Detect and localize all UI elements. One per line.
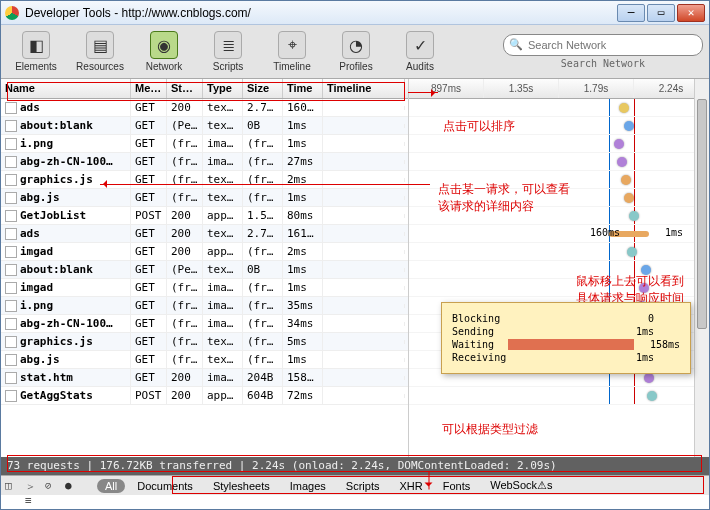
table-header: Name Me… St… Type Size Time Timeline <box>1 79 408 99</box>
devtools-window: Developer Tools - http://www.cnblogs.com… <box>0 0 710 510</box>
scrollbar-thumb[interactable] <box>697 99 707 329</box>
table-row[interactable]: abg.jsGET(fr…tex…(fr…1ms <box>1 189 408 207</box>
table-row[interactable]: imgadGET200app…(fr…2ms <box>1 243 408 261</box>
filter-scripts[interactable]: Scripts <box>338 479 388 493</box>
table-row[interactable]: imgadGET(fr…ima…(fr…1ms <box>1 279 408 297</box>
col-status[interactable]: St… <box>167 79 203 98</box>
tab-elements[interactable]: ◧Elements <box>7 27 65 77</box>
timeline-panel: 897ms 1.35s 1.79s 2.24s 160ms1ms <box>409 79 709 457</box>
timeline-row[interactable] <box>409 387 709 405</box>
timeline-row[interactable] <box>409 135 709 153</box>
record-icon[interactable]: ● <box>65 479 81 493</box>
timeline-row[interactable] <box>409 261 709 279</box>
tab-profiles[interactable]: ◔Profiles <box>327 27 385 77</box>
title-bar: Developer Tools - http://www.cnblogs.com… <box>1 1 709 25</box>
col-type[interactable]: Type <box>203 79 243 98</box>
table-row[interactable]: about:blankGET(Pe…tex…0B1ms <box>1 117 408 135</box>
tab-resources[interactable]: ▤Resources <box>71 27 129 77</box>
table-row[interactable]: abg.jsGET(fr…tex…(fr…1ms <box>1 351 408 369</box>
col-timeline[interactable]: Timeline <box>323 79 405 98</box>
table-row[interactable]: adsGET200tex…2.7…160ms <box>1 99 408 117</box>
timeline-header: 897ms 1.35s 1.79s 2.24s <box>409 79 709 99</box>
dock-icon[interactable]: ◫ <box>5 479 21 493</box>
table-row[interactable]: about:blankGET(Pe…tex…0B1ms <box>1 261 408 279</box>
table-row[interactable]: abg-zh-CN-100…GET(fr…ima…(fr…34ms <box>1 315 408 333</box>
filter-xhr[interactable]: XHR <box>391 479 430 493</box>
minimize-button[interactable]: ─ <box>617 4 645 22</box>
console-icon[interactable]: ＞≡ <box>25 479 41 493</box>
tab-scripts[interactable]: ≣Scripts <box>199 27 257 77</box>
col-name[interactable]: Name <box>1 79 131 98</box>
tab-network[interactable]: ◉Network <box>135 27 193 77</box>
filter-all[interactable]: All <box>97 479 125 493</box>
search-label: Search Network <box>561 58 645 69</box>
table-row[interactable]: abg-zh-CN-100…GET(fr…ima…(fr…27ms <box>1 153 408 171</box>
search-icon: 🔍 <box>509 38 523 52</box>
filter-stylesheets[interactable]: Stylesheets <box>205 479 278 493</box>
timing-tooltip: Blocking0 Sending1ms Waiting158ms Receiv… <box>441 302 691 374</box>
window-title: Developer Tools - http://www.cnblogs.com… <box>25 6 617 20</box>
tab-timeline[interactable]: ⌖Timeline <box>263 27 321 77</box>
col-size[interactable]: Size <box>243 79 283 98</box>
table-row[interactable]: i.pngGET(fr…ima…(fr…1ms <box>1 135 408 153</box>
filter-websockets[interactable]: WebSock⚠s <box>482 478 560 493</box>
tab-audits[interactable]: ✓Audits <box>391 27 449 77</box>
timeline-row[interactable] <box>409 117 709 135</box>
timeline-row[interactable] <box>409 189 709 207</box>
maximize-button[interactable]: ▭ <box>647 4 675 22</box>
table-row[interactable]: i.pngGET(fr…ima…(fr…35ms <box>1 297 408 315</box>
timeline-row[interactable] <box>409 243 709 261</box>
timeline-row[interactable] <box>409 99 709 117</box>
filter-images[interactable]: Images <box>282 479 334 493</box>
vertical-scrollbar[interactable] <box>694 79 709 457</box>
table-row[interactable]: graphics.jsGET(fr…tex…(fr…2ms <box>1 171 408 189</box>
table-row[interactable]: GetAggStatsPOST200app…604B72ms <box>1 387 408 405</box>
table-row[interactable]: adsGET200tex…2.7…161ms <box>1 225 408 243</box>
panel-toolbar: ◧Elements ▤Resources ◉Network ≣Scripts ⌖… <box>1 25 709 79</box>
filter-fonts[interactable]: Fonts <box>435 479 479 493</box>
col-time[interactable]: Time <box>283 79 323 98</box>
table-body: adsGET200tex…2.7…160msabout:blankGET(Pe…… <box>1 99 408 405</box>
timeline-row[interactable] <box>409 279 709 297</box>
content-area: Name Me… St… Type Size Time Timeline ads… <box>1 79 709 457</box>
chrome-icon <box>5 6 19 20</box>
timeline-row[interactable]: 160ms1ms <box>409 225 709 243</box>
bottom-bar: ◫ ＞≡ ⊘ ● All Documents Stylesheets Image… <box>1 475 709 495</box>
filter-documents[interactable]: Documents <box>129 479 201 493</box>
clear-icon[interactable]: ⊘ <box>45 479 61 493</box>
status-bar: 73 requests | 176.72KB transferred | 2.2… <box>1 457 709 475</box>
col-method[interactable]: Me… <box>131 79 167 98</box>
table-row[interactable]: graphics.jsGET(fr…tex…(fr…5ms <box>1 333 408 351</box>
timeline-row[interactable] <box>409 153 709 171</box>
table-row[interactable]: GetJobListPOST200app…1.5…80ms <box>1 207 408 225</box>
search-input[interactable] <box>503 34 703 56</box>
timeline-row[interactable] <box>409 171 709 189</box>
timeline-row[interactable] <box>409 207 709 225</box>
table-row[interactable]: stat.htmGET200ima…204B158ms <box>1 369 408 387</box>
network-table: Name Me… St… Type Size Time Timeline ads… <box>1 79 409 457</box>
close-button[interactable]: ✕ <box>677 4 705 22</box>
